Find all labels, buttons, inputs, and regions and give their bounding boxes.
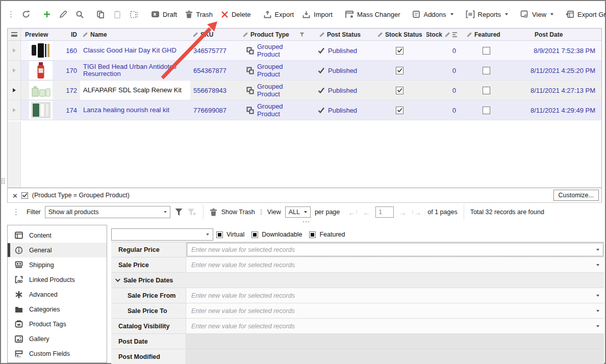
sku-cell[interactable]: 346575777: [190, 41, 231, 60]
sidebar-item-linked-products[interactable]: Linked Products: [8, 272, 107, 287]
edit-button[interactable]: [55, 6, 71, 23]
featured-checkbox[interactable]: [309, 231, 316, 238]
name-cell[interactable]: Lanza healing nourish real kit: [80, 100, 190, 120]
view-button[interactable]: View: [516, 6, 558, 23]
delete-button[interactable]: Delete: [217, 6, 255, 23]
toolbar-drag-handle[interactable]: ⋮: [12, 207, 19, 217]
sidebar-item-categories[interactable]: Categories: [8, 302, 107, 317]
refresh-button[interactable]: [17, 6, 35, 23]
column-chooser-button[interactable]: [8, 29, 21, 40]
import-button[interactable]: Import: [298, 6, 337, 23]
filter-active-icon[interactable]: [299, 32, 305, 37]
virtual-checkbox[interactable]: [216, 231, 223, 238]
row-marker[interactable]: [8, 61, 21, 80]
post-status-cell[interactable]: Published: [308, 61, 373, 80]
id-cell[interactable]: 172: [61, 81, 80, 100]
filter-enabled-checkbox[interactable]: [21, 192, 28, 199]
post-date-cell[interactable]: 8/11/2021 4:29:49 PM: [514, 100, 601, 120]
next-page-button[interactable]: →: [399, 209, 407, 216]
preview-cell[interactable]: [21, 81, 61, 100]
stock-status-checkbox[interactable]: [373, 61, 426, 80]
column-header-id[interactable]: ID: [61, 29, 80, 40]
add-button[interactable]: [39, 6, 55, 23]
sale-price-input[interactable]: Enter new value for selected records: [186, 257, 604, 272]
per-page-dropdown[interactable]: ALL: [285, 206, 311, 218]
column-header-post-date[interactable]: Post Date: [514, 29, 601, 40]
sidebar-item-gallery[interactable]: Gallery: [8, 331, 107, 346]
column-header-product-type[interactable]: Product Type: [231, 29, 308, 40]
stock-status-checkbox[interactable]: [373, 100, 426, 120]
splitter-handle[interactable]: [2, 178, 5, 184]
field-selector-dropdown[interactable]: [111, 228, 213, 241]
sidebar-item-content[interactable]: Content: [8, 228, 107, 243]
paste-button[interactable]: [109, 6, 125, 23]
featured-checkbox[interactable]: [458, 41, 514, 60]
clear-filter-icon[interactable]: [187, 208, 197, 216]
column-header-post-status[interactable]: Post Status: [308, 29, 373, 40]
sku-cell[interactable]: 556678943: [190, 81, 231, 100]
featured-checkbox[interactable]: [458, 100, 514, 120]
mass-changer-button[interactable]: Mass Changer: [341, 6, 405, 23]
preview-cell[interactable]: [21, 61, 61, 80]
last-page-button[interactable]: →: [412, 209, 421, 216]
product-type-cell[interactable]: Grouped Product: [231, 81, 308, 100]
product-type-cell[interactable]: Grouped Product: [231, 41, 308, 60]
post-date-cell[interactable]: 8/9/2021 7:52:38 PM: [514, 41, 601, 60]
stock-cell[interactable]: 0: [426, 100, 458, 120]
sale-price-to-input[interactable]: Enter new value for selected records: [186, 303, 604, 318]
copy-button[interactable]: [92, 6, 109, 23]
sidebar-item-product-tags[interactable]: Product Tags: [8, 317, 107, 331]
stock-cell[interactable]: 0: [426, 81, 458, 100]
reports-button[interactable]: Reports: [462, 6, 513, 23]
row-marker[interactable]: [8, 100, 21, 120]
panel-splitter-handle[interactable]: [303, 221, 309, 222]
sidebar-item-advanced[interactable]: Advanced: [8, 287, 107, 302]
previous-page-button[interactable]: ←: [363, 209, 370, 216]
show-trash-label[interactable]: Show Trash: [221, 209, 255, 216]
export-grid-button[interactable]: Export Grid: [562, 6, 606, 23]
column-header-preview[interactable]: Preview: [21, 29, 61, 40]
sidebar-item-general[interactable]: General: [8, 243, 107, 257]
column-header-stock[interactable]: Stock: [426, 29, 458, 40]
export-button[interactable]: Export: [259, 6, 298, 23]
row-marker[interactable]: [8, 41, 21, 60]
stock-status-checkbox[interactable]: [373, 41, 426, 60]
toolbar-drag-handle[interactable]: ⋮: [7, 10, 14, 19]
product-type-cell[interactable]: Grouped Product: [231, 61, 308, 80]
stock-cell[interactable]: 0: [426, 61, 458, 80]
search-button[interactable]: [71, 6, 88, 23]
sku-cell[interactable]: 654367877: [190, 61, 231, 80]
stock-cell[interactable]: 0: [426, 41, 458, 60]
sidebar-item-shipping[interactable]: Shipping: [8, 257, 107, 272]
page-number-input[interactable]: [375, 206, 394, 218]
trash-button[interactable]: Trash: [181, 6, 217, 23]
column-header-sku[interactable]: SKU: [190, 29, 231, 40]
catalog-visibility-input[interactable]: Enter new value for selected records: [186, 319, 604, 333]
customize-button[interactable]: Customize...: [553, 190, 599, 201]
stock-status-checkbox[interactable]: [373, 81, 426, 100]
name-cell[interactable]: Classic Good Hair Day Kit GHD: [80, 41, 190, 60]
sale-price-from-input[interactable]: Enter new value for selected records: [186, 288, 604, 303]
column-header-name[interactable]: Name: [80, 29, 190, 40]
column-header-stock-status[interactable]: Stock Status: [373, 29, 426, 40]
id-cell[interactable]: 160: [61, 41, 80, 60]
field-group-sale-price-dates[interactable]: Sale Price Dates: [111, 273, 604, 288]
sidebar-item-custom-fields[interactable]: Custom Fields: [8, 346, 107, 361]
post-date-cell[interactable]: 8/11/2021 4:25:20 PM: [514, 61, 601, 80]
post-status-cell[interactable]: Published: [308, 100, 373, 120]
id-cell[interactable]: 174: [61, 100, 80, 120]
paste-special-button[interactable]: [125, 6, 143, 23]
name-cell[interactable]: TIGI Bed Head Urban Antidotes Resurrecti…: [80, 61, 190, 80]
downloadable-checkbox[interactable]: [251, 231, 258, 238]
preview-cell[interactable]: [21, 41, 61, 60]
row-marker[interactable]: [8, 81, 21, 100]
featured-checkbox[interactable]: [458, 61, 514, 80]
preview-cell[interactable]: [21, 100, 61, 120]
id-cell[interactable]: 170: [61, 61, 80, 80]
post-status-cell[interactable]: Published: [308, 41, 373, 60]
remove-filter-icon[interactable]: ×: [13, 192, 17, 199]
addons-button[interactable]: Addons: [408, 6, 457, 23]
column-header-featured[interactable]: Featured: [458, 29, 514, 40]
first-page-button[interactable]: ←: [348, 209, 358, 216]
post-date-cell[interactable]: 8/11/2021 4:27:13 PM: [514, 81, 601, 100]
